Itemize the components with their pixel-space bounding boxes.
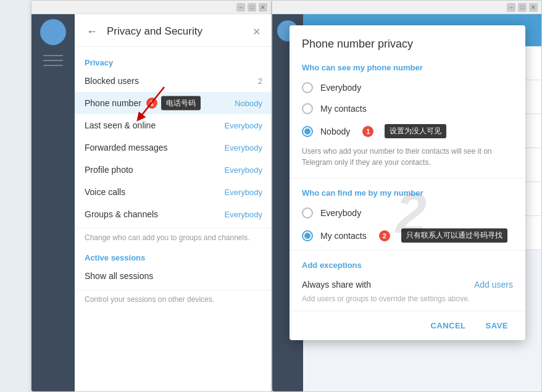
- radio-label: Nobody: [320, 127, 350, 136]
- radio-circle[interactable]: [302, 207, 313, 219]
- show-all-sessions-item[interactable]: Show all sessions: [75, 265, 272, 287]
- phone-number-value: Nobody: [235, 99, 262, 108]
- right-titlebar: – □ ✕: [272, 1, 541, 14]
- cancel-button[interactable]: CANCEL: [425, 319, 470, 333]
- profile-photo-item[interactable]: Profile photo Everybody: [75, 159, 272, 181]
- dialog-footer: CANCEL SAVE: [290, 311, 525, 340]
- maximize-btn-right[interactable]: □: [518, 3, 527, 12]
- privacy-section-title: Privacy: [75, 54, 272, 70]
- radio-everybody-2[interactable]: Everybody: [290, 202, 525, 223]
- radio-label: My contacts: [320, 104, 367, 114]
- exceptions-note: Add users or groups to override the sett…: [290, 294, 525, 311]
- panel-title: Privacy and Security: [107, 25, 243, 38]
- groups-channels-value: Everybody: [225, 210, 262, 219]
- left-window: – □ ✕ Search … ... 1:49 5496: [31, 0, 272, 392]
- groups-channels-item[interactable]: Groups & channels Everybody: [75, 203, 272, 225]
- divider-1: [290, 178, 525, 178]
- dialog-title: Phone number privacy: [302, 38, 513, 51]
- last-seen-item[interactable]: Last seen & online Everybody: [75, 114, 272, 136]
- voice-calls-label: Voice calls: [85, 187, 225, 197]
- privacy-header: ← Privacy and Security ✕: [75, 14, 272, 47]
- blocked-users-badge: 2: [258, 77, 262, 86]
- add-exceptions-title: Add exceptions: [290, 253, 525, 275]
- radio-label: My contacts: [320, 231, 367, 241]
- forwarded-messages-value: Everybody: [225, 143, 262, 152]
- dialog-note-1: Users who add your number to their conta…: [290, 143, 525, 175]
- radio-inner: [304, 128, 311, 135]
- phone-privacy-dialog: Phone number privacy Who can see my phon…: [290, 25, 525, 340]
- minimize-btn-left[interactable]: –: [236, 3, 245, 12]
- radio-circle[interactable]: [302, 103, 313, 114]
- privacy-content: Privacy Blocked users 2 Phone number Nob…: [75, 47, 272, 390]
- annotation-tooltip-nobody: 设置为没人可见: [385, 124, 446, 138]
- radio-circle-selected[interactable]: [302, 126, 313, 137]
- right-window: – □ ✕ ...1:49 草 S... A... KM_...: [272, 0, 542, 392]
- always-share-row: Always share with Add users: [290, 275, 525, 294]
- sessions-section-title: Active sessions: [75, 249, 272, 265]
- radio-my-contacts-2[interactable]: My contacts 2 只有联系人可以通过号码寻找: [290, 223, 525, 248]
- divider-2: [290, 250, 525, 251]
- phone-number-label: Phone number: [85, 98, 235, 108]
- last-seen-label: Last seen & online: [85, 120, 225, 130]
- close-btn-left[interactable]: ✕: [259, 3, 267, 12]
- profile-photo-value: Everybody: [225, 165, 262, 175]
- telegram-sidebar: [31, 14, 75, 392]
- annotation-badge-mycontacts: 2: [379, 230, 390, 241]
- voice-calls-value: Everybody: [225, 188, 262, 197]
- voice-calls-item[interactable]: Voice calls Everybody: [75, 181, 272, 203]
- phone-number-item[interactable]: Phone number Nobody 1 电话号码: [75, 92, 272, 114]
- privacy-panel: ← Privacy and Security ✕ Privacy Blocked…: [75, 14, 272, 392]
- section1-title: Who can see my phone number: [290, 56, 525, 77]
- add-users-button[interactable]: Add users: [474, 280, 513, 290]
- annotation-tooltip-mycontacts: 只有联系人可以通过号码寻找: [401, 228, 507, 243]
- close-btn-right[interactable]: ✕: [529, 3, 538, 12]
- forwarded-messages-item[interactable]: Forwarded messages Everybody: [75, 136, 272, 159]
- blocked-users-item[interactable]: Blocked users 2: [75, 70, 272, 92]
- show-all-sessions-label: Show all sessions: [85, 271, 262, 281]
- section2-title: Who can find me by my number: [290, 181, 525, 202]
- annotation-tooltip-1: 电话号码: [161, 96, 201, 111]
- radio-everybody-1[interactable]: Everybody: [290, 77, 525, 98]
- always-share-label: Always share with: [302, 280, 474, 290]
- sessions-note: Control your sessions on other devices.: [75, 290, 272, 311]
- profile-photo-label: Profile photo: [85, 165, 225, 175]
- groups-note: Change who can add you to groups and cha…: [75, 228, 272, 249]
- radio-nobody[interactable]: Nobody 1 设置为没人可见: [290, 119, 525, 143]
- annotation-badge-1: 1: [146, 98, 157, 109]
- maximize-btn-left[interactable]: □: [248, 3, 256, 12]
- forwarded-messages-label: Forwarded messages: [85, 143, 225, 152]
- annotation-badge-nobody: 1: [362, 126, 373, 137]
- radio-circle-selected[interactable]: [302, 230, 313, 241]
- blocked-users-label: Blocked users: [85, 76, 258, 86]
- radio-label: Everybody: [320, 208, 361, 218]
- radio-label: Everybody: [320, 83, 361, 93]
- dialog-header: Phone number privacy: [290, 25, 525, 56]
- left-titlebar: – □ ✕: [31, 1, 271, 14]
- last-seen-value: Everybody: [225, 121, 262, 130]
- panel-close-button[interactable]: ✕: [250, 25, 262, 38]
- radio-circle[interactable]: [302, 82, 313, 93]
- back-button[interactable]: ←: [85, 24, 99, 39]
- groups-channels-label: Groups & channels: [85, 209, 225, 219]
- minimize-btn-right[interactable]: –: [507, 3, 515, 12]
- radio-my-contacts-1[interactable]: My contacts: [290, 98, 525, 119]
- save-button[interactable]: SAVE: [481, 319, 513, 333]
- radio-inner: [304, 233, 311, 239]
